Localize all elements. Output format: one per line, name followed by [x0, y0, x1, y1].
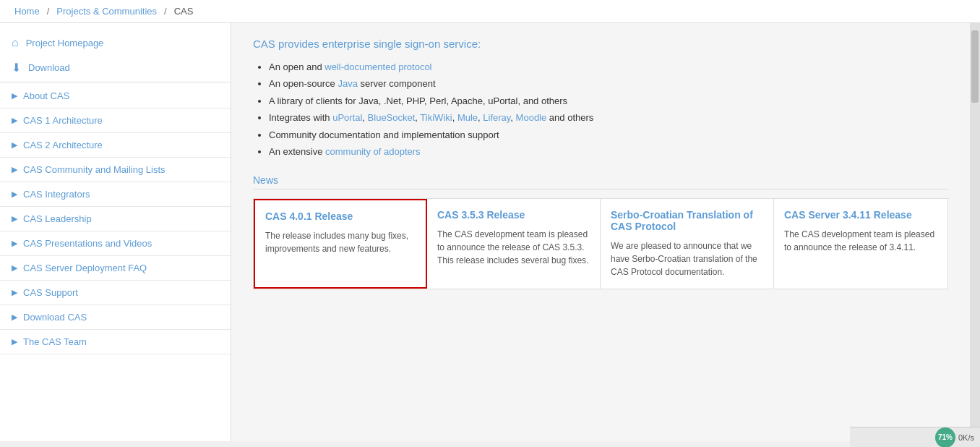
chevron-icon-cas2: ▶: [12, 140, 17, 150]
link-moodle[interactable]: Moodle: [516, 112, 547, 123]
main-content: CAS provides enterprise single sign-on s…: [231, 23, 970, 441]
news-card-2-title[interactable]: CAS 3.5.3 Release: [437, 209, 590, 221]
speed-display: 0K/s: [958, 433, 974, 442]
news-heading: News: [253, 174, 948, 190]
link-liferay[interactable]: Liferay: [483, 112, 510, 123]
news-card-2: CAS 3.5.3 Release The CAS development te…: [427, 199, 601, 289]
chevron-icon-community: ▶: [12, 165, 17, 174]
scrollbar-thumb: [971, 30, 979, 103]
news-card-2-body: The CAS development team is pleased to a…: [437, 228, 590, 267]
list-item: Community documentation and implementati…: [269, 127, 948, 143]
sidebar-project-homepage-label: Project Homepage: [26, 38, 104, 48]
news-card-3: Serbo-Croatian Translation of CAS Protoc…: [601, 199, 774, 289]
news-card-3-body: We are pleased to announce that we have …: [611, 239, 763, 278]
sidebar-label-integrators: CAS Integrators: [23, 189, 90, 200]
chevron-icon-support: ▶: [12, 288, 17, 297]
link-mule[interactable]: Mule: [457, 112, 478, 123]
sidebar-download-label: Download: [28, 62, 70, 73]
sidebar-item-cas-leadership[interactable]: ▶ CAS Leadership: [0, 207, 231, 231]
sidebar-label-presentations: CAS Presentations and Videos: [23, 238, 152, 249]
breadcrumb-sep2: /: [164, 6, 167, 17]
intro-heading: CAS provides enterprise single sign-on s…: [253, 38, 948, 50]
sidebar-label-cas1: CAS 1 Architecture: [23, 115, 103, 126]
sidebar-item-cas-integrators[interactable]: ▶ CAS Integrators: [0, 182, 231, 207]
list-item: Integrates with uPortal, BlueSocket, Tik…: [269, 109, 948, 126]
sidebar-label-faq: CAS Server Deployment FAQ: [23, 263, 147, 273]
news-card-4: CAS Server 3.4.11 Release The CAS develo…: [774, 199, 947, 289]
sidebar-label-community: CAS Community and Mailing Lists: [23, 164, 166, 175]
chevron-icon-cas1: ▶: [12, 116, 17, 125]
sidebar-label-support: CAS Support: [23, 287, 78, 298]
sidebar-item-cas-community[interactable]: ▶ CAS Community and Mailing Lists: [0, 158, 231, 182]
news-card-featured: CAS 4.0.1 Release The release includes m…: [254, 199, 427, 289]
list-item: A library of clients for Java, .Net, PHP…: [269, 93, 948, 109]
news-card-1-title[interactable]: CAS 4.0.1 Release: [265, 210, 416, 222]
sidebar-item-project-homepage[interactable]: ⌂ Project Homepage: [0, 30, 231, 55]
list-item: An open and well-documented protocol: [269, 59, 948, 75]
chevron-icon-about-cas: ▶: [12, 91, 17, 101]
sidebar-label-cas2: CAS 2 Architecture: [23, 140, 103, 150]
sidebar-item-cas-team[interactable]: ▶ The CAS Team: [0, 330, 231, 354]
sidebar-item-cas2-architecture[interactable]: ▶ CAS 2 Architecture: [0, 133, 231, 158]
news-card-4-body: The CAS development team is pleased to a…: [784, 228, 937, 254]
link-uportal[interactable]: uPortal: [332, 112, 362, 123]
list-item: An extensive community of adopters: [269, 143, 948, 160]
bottom-bar: 71% 0K/s: [850, 427, 980, 447]
sidebar-label-leadership: CAS Leadership: [23, 213, 92, 224]
breadcrumb: Home / Projects & Communities / CAS: [0, 0, 980, 23]
chevron-icon-faq: ▶: [12, 263, 17, 273]
home-icon: ⌂: [12, 36, 19, 49]
chevron-icon-integrators: ▶: [12, 190, 17, 199]
news-grid: CAS 4.0.1 Release The release includes m…: [253, 198, 948, 289]
link-java[interactable]: Java: [338, 78, 357, 89]
sidebar-label-download-cas: Download CAS: [23, 312, 87, 323]
sidebar-label-about-cas: About CAS: [23, 90, 69, 101]
sidebar-item-cas-support[interactable]: ▶ CAS Support: [0, 281, 231, 305]
sidebar: ⌂ Project Homepage ⬇ Download ▶ About CA…: [0, 23, 231, 441]
main-layout: ⌂ Project Homepage ⬇ Download ▶ About CA…: [0, 23, 980, 441]
sidebar-item-download[interactable]: ⬇ Download: [0, 55, 231, 80]
sidebar-top-section: ⌂ Project Homepage ⬇ Download: [0, 30, 231, 80]
breadcrumb-projects[interactable]: Projects & Communities: [56, 6, 157, 17]
link-well-documented[interactable]: well-documented protocol: [324, 61, 431, 72]
list-item: An open-source Java server component: [269, 75, 948, 92]
news-card-1-body: The release includes many bug fixes, imp…: [265, 229, 416, 255]
breadcrumb-sep1: /: [47, 6, 50, 17]
sidebar-label-team: The CAS Team: [23, 336, 87, 347]
intro-list: An open and well-documented protocol An …: [253, 59, 948, 160]
sidebar-item-cas-presentations[interactable]: ▶ CAS Presentations and Videos: [0, 231, 231, 256]
chevron-icon-presentations: ▶: [12, 239, 17, 248]
chevron-icon-team: ▶: [12, 337, 17, 346]
breadcrumb-current: CAS: [174, 6, 194, 17]
scrollbar[interactable]: [970, 23, 980, 441]
download-icon: ⬇: [12, 61, 21, 74]
sidebar-divider: [0, 82, 231, 82]
link-tikiwiki[interactable]: TikiWiki: [420, 112, 452, 123]
link-community-adopters[interactable]: community of adopters: [325, 146, 421, 157]
sidebar-item-cas1-architecture[interactable]: ▶ CAS 1 Architecture: [0, 108, 231, 133]
sidebar-item-cas-server-faq[interactable]: ▶ CAS Server Deployment FAQ: [0, 256, 231, 281]
sidebar-nav: ▶ About CAS ▶ CAS 1 Architecture ▶ CAS 2…: [0, 84, 231, 354]
news-card-4-title[interactable]: CAS Server 3.4.11 Release: [784, 209, 937, 221]
chevron-icon-leadership: ▶: [12, 214, 17, 224]
chevron-icon-download-cas: ▶: [12, 312, 17, 322]
link-bluesocket[interactable]: BlueSocket: [368, 112, 416, 123]
percent-badge: 71%: [935, 427, 955, 448]
sidebar-item-about-cas[interactable]: ▶ About CAS: [0, 84, 231, 108]
breadcrumb-home[interactable]: Home: [14, 6, 40, 17]
news-card-3-title[interactable]: Serbo-Croatian Translation of CAS Protoc…: [611, 209, 763, 232]
sidebar-item-download-cas[interactable]: ▶ Download CAS: [0, 305, 231, 330]
